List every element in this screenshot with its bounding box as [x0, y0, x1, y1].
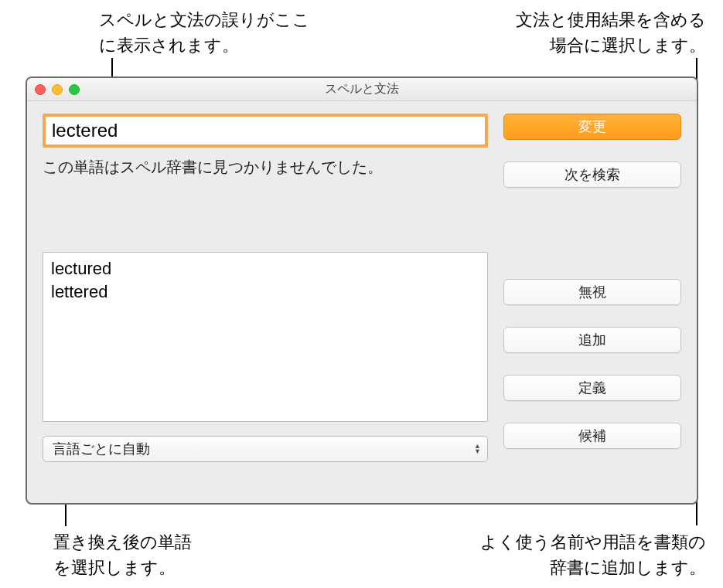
suggestion-item[interactable]: lettered — [51, 280, 479, 304]
titlebar: スペルと文法 — [27, 78, 697, 101]
maximize-button[interactable] — [69, 84, 80, 95]
chevron-updown-icon: ▲▼ — [474, 444, 481, 454]
define-button[interactable]: 定義 — [503, 375, 681, 401]
suggestions-list[interactable]: lectured lettered — [43, 252, 488, 422]
guess-button[interactable]: 候補 — [503, 423, 681, 449]
ignore-button[interactable]: 無視 — [503, 279, 681, 305]
language-select[interactable]: 言語ごとに自動 ▲▼ — [43, 436, 488, 462]
window-title: スペルと文法 — [35, 81, 689, 97]
language-select-value: 言語ごとに自動 — [53, 440, 150, 458]
add-button[interactable]: 追加 — [503, 327, 681, 353]
spelling-grammar-window: スペルと文法 lectered この単語はスペル辞書に見つかりませんでした。 l… — [26, 76, 698, 505]
annotation-top-right: 文法と使用結果を含める 場合に選択します。 — [516, 7, 706, 58]
annotation-bottom-right: よく使う名前や用語を書類の 辞書に追加します。 — [480, 529, 706, 580]
change-button[interactable]: 変更 — [503, 114, 681, 140]
traffic-lights — [35, 84, 80, 95]
suggestion-item[interactable]: lectured — [51, 257, 479, 280]
find-next-button[interactable]: 次を検索 — [503, 161, 681, 188]
annotation-bottom-left: 置き換え後の単語 を選択します。 — [53, 529, 192, 580]
minimize-button[interactable] — [52, 84, 63, 95]
annotation-top-left: スペルと文法の誤りがここ に表示されます。 — [99, 7, 310, 58]
close-button[interactable] — [35, 84, 46, 95]
error-word-field[interactable]: lectered — [43, 114, 488, 148]
status-message: この単語はスペル辞書に見つかりませんでした。 — [43, 157, 488, 178]
